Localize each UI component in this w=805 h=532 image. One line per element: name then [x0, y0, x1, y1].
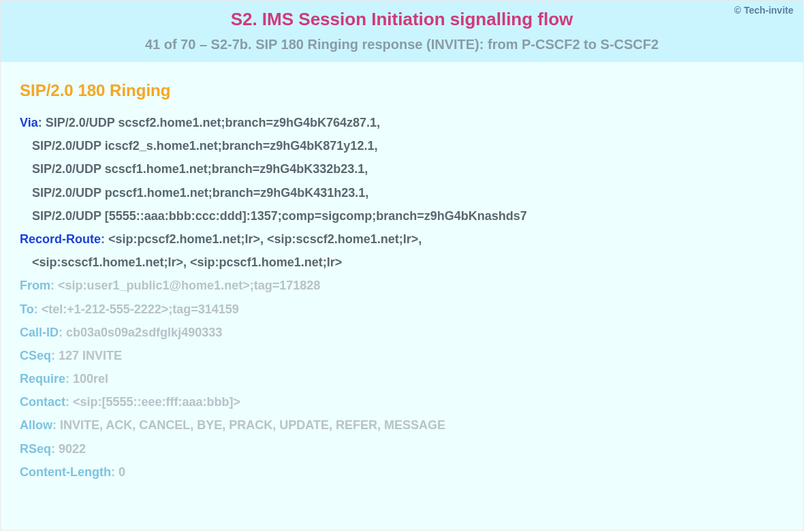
- allow-name: Allow: [20, 418, 52, 432]
- via-name: Via: [20, 116, 38, 129]
- record-route-name: Record-Route: [20, 232, 101, 246]
- from-name: From: [20, 279, 50, 292]
- require-value: 100rel: [73, 372, 108, 386]
- page-subtitle: 41 of 70 – S2-7b. SIP 180 Ringing respon…: [14, 37, 789, 52]
- header: © Tech-invite S2. IMS Session Initiation…: [1, 1, 803, 62]
- via-value-1: SIP/2.0/UDP icscf2_s.home1.net;branch=z9…: [20, 134, 796, 157]
- copyright-label: © Tech-invite: [734, 5, 793, 16]
- via-header: Via: SIP/2.0/UDP scscf2.home1.net;branch…: [20, 111, 796, 134]
- rseq-header: RSeq: 9022: [20, 437, 796, 460]
- cseq-header: CSeq: 127 INVITE: [20, 344, 796, 367]
- sip-status-line: SIP/2.0 180 Ringing: [20, 81, 796, 100]
- rseq-value: 9022: [59, 442, 86, 456]
- contact-header: Contact: <sip:[5555::eee:fff:aaa:bbb]>: [20, 390, 796, 413]
- rseq-name: RSeq: [20, 442, 51, 456]
- content-length-header: Content-Length: 0: [20, 460, 796, 484]
- call-id-value: cb03a0s09a2sdfglkj490333: [66, 326, 222, 339]
- require-name: Require: [20, 372, 65, 386]
- from-value: <sip:user1_public1@home1.net>;tag=171828: [58, 279, 320, 292]
- record-route-header: Record-Route: <sip:pcscf2.home1.net;lr>,…: [20, 228, 796, 251]
- content-length-name: Content-Length: [20, 465, 111, 479]
- to-header: To: <tel:+1-212-555-2222>;tag=314159: [20, 298, 796, 321]
- to-value: <tel:+1-212-555-2222>;tag=314159: [42, 302, 239, 316]
- record-route-value-0: <sip:pcscf2.home1.net;lr>, <sip:scscf2.h…: [108, 232, 422, 246]
- allow-value: INVITE, ACK, CANCEL, BYE, PRACK, UPDATE,…: [60, 418, 445, 432]
- call-id-name: Call-ID: [20, 326, 59, 339]
- cseq-value: 127 INVITE: [59, 349, 122, 362]
- cseq-name: CSeq: [20, 349, 51, 362]
- contact-value: <sip:[5555::eee:fff:aaa:bbb]>: [73, 395, 240, 409]
- contact-name: Contact: [20, 395, 65, 409]
- from-header: From: <sip:user1_public1@home1.net>;tag=…: [20, 274, 796, 297]
- via-value-0: SIP/2.0/UDP scscf2.home1.net;branch=z9hG…: [46, 116, 380, 129]
- content-length-value: 0: [119, 465, 125, 479]
- via-value-4: SIP/2.0/UDP [5555::aaa:bbb:ccc:ddd]:1357…: [20, 204, 796, 228]
- message-body: SIP/2.0 180 Ringing Via: SIP/2.0/UDP scs…: [1, 62, 803, 490]
- to-name: To: [20, 302, 34, 316]
- page-title: S2. IMS Session Initiation signalling fl…: [14, 9, 789, 30]
- allow-header: Allow: INVITE, ACK, CANCEL, BYE, PRACK, …: [20, 413, 796, 437]
- via-value-3: SIP/2.0/UDP pcscf1.home1.net;branch=z9hG…: [20, 181, 796, 204]
- via-value-2: SIP/2.0/UDP scscf1.home1.net;branch=z9hG…: [20, 157, 796, 181]
- page: © Tech-invite S2. IMS Session Initiation…: [0, 0, 804, 531]
- record-route-value-1: <sip:scscf1.home1.net;lr>, <sip:pcscf1.h…: [20, 251, 796, 274]
- require-header: Require: 100rel: [20, 367, 796, 390]
- call-id-header: Call-ID: cb03a0s09a2sdfglkj490333: [20, 321, 796, 344]
